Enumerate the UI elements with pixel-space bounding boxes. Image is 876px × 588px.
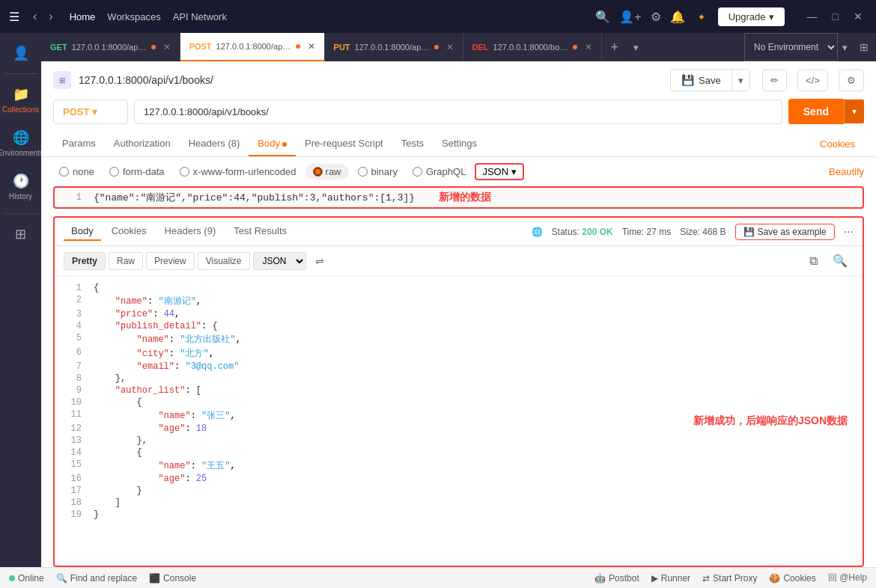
tab-close-del[interactable]: ✕ bbox=[585, 42, 592, 52]
environment-select[interactable]: No Environment bbox=[744, 33, 838, 61]
response-tab-cookies[interactable]: Cookies bbox=[104, 222, 154, 241]
response-tab-headers[interactable]: Headers (9) bbox=[157, 222, 224, 241]
format-pretty-button[interactable]: Pretty bbox=[64, 252, 106, 270]
runner-button[interactable]: ▶ Runner bbox=[651, 573, 690, 584]
format-raw-button[interactable]: Raw bbox=[109, 252, 143, 270]
workspaces-link[interactable]: Workspaces bbox=[107, 11, 160, 22]
option-none[interactable]: none bbox=[53, 163, 100, 180]
tab-del[interactable]: DEL 127.0.0.1:8000/books/7 ✕ bbox=[463, 33, 602, 61]
tab-settings[interactable]: Settings bbox=[433, 132, 486, 156]
collections-icon: 📁 bbox=[13, 86, 29, 102]
request-body-content: {"name":"南游记","price":44,"publish":3,"au… bbox=[94, 191, 415, 204]
resp-line-8: 8 }, bbox=[55, 373, 656, 385]
method-selector[interactable]: POST ▾ bbox=[53, 99, 128, 124]
send-button[interactable]: Send bbox=[788, 99, 844, 124]
api-network-link[interactable]: API Network bbox=[173, 11, 227, 22]
cookies-sb-button[interactable]: 🍪 Cookies bbox=[769, 573, 815, 584]
view-code-button[interactable]: </> bbox=[797, 70, 828, 91]
tab-tests[interactable]: Tests bbox=[392, 132, 433, 156]
format-preview-button[interactable]: Preview bbox=[146, 252, 195, 270]
tabs-more-button[interactable]: ▾ bbox=[627, 33, 645, 61]
titlebar-icons: 🔍 👤+ ⚙ 🔔 🔸 Upgrade ▾ bbox=[595, 7, 784, 26]
beautify-button[interactable]: Beautify bbox=[829, 166, 864, 177]
option-formdata[interactable]: form-data bbox=[103, 163, 171, 180]
grid-icon: ⊞ bbox=[15, 226, 26, 242]
back-button[interactable]: ‹ bbox=[28, 7, 41, 26]
save-icon: 💾 bbox=[681, 74, 694, 86]
response-tab-test-results[interactable]: Test Results bbox=[226, 222, 294, 241]
method-url-bar: POST ▾ Send ▾ bbox=[53, 99, 864, 124]
search-response-button[interactable]: 🔍 bbox=[827, 251, 854, 271]
response-format-select[interactable]: JSON bbox=[253, 252, 306, 270]
environment-selector[interactable]: No Environment ▾ bbox=[744, 33, 852, 61]
tab-method-del: DEL bbox=[472, 43, 489, 52]
tab-authorization[interactable]: Authorization bbox=[105, 132, 180, 156]
tab-close-post[interactable]: ✕ bbox=[308, 41, 315, 52]
tab-body[interactable]: Body bbox=[249, 132, 296, 156]
runner-icon: ▶ bbox=[651, 573, 658, 584]
sidebar-item-grid[interactable]: ⊞ bbox=[0, 220, 41, 248]
tab-prerequest[interactable]: Pre-request Script bbox=[296, 132, 392, 156]
resp-line-17: 17 } bbox=[55, 485, 656, 497]
copy-button[interactable]: ⧉ bbox=[803, 251, 824, 271]
content-area: GET 127.0.0.1:8000/api/v1/b ✕ POST 127.0… bbox=[41, 33, 876, 567]
close-button[interactable]: ✕ bbox=[849, 7, 867, 25]
online-status[interactable]: Online bbox=[9, 573, 44, 584]
minimize-button[interactable]: — bbox=[803, 7, 822, 25]
option-raw[interactable]: raw bbox=[305, 164, 349, 180]
send-dropdown-button[interactable]: ▾ bbox=[844, 99, 864, 123]
env-chevron[interactable]: ▾ bbox=[838, 42, 852, 53]
forward-button[interactable]: › bbox=[44, 7, 57, 26]
sidebar-item-profile[interactable]: 👤 bbox=[0, 39, 41, 67]
sidebar-item-history[interactable]: 🕐 History bbox=[0, 167, 41, 207]
tab-close-get[interactable]: ✕ bbox=[163, 42, 171, 52]
response-more-button[interactable]: ··· bbox=[844, 225, 854, 239]
tab-post[interactable]: POST 127.0.0.1:8000/api/v1/ ✕ bbox=[180, 33, 325, 61]
add-user-icon[interactable]: 👤+ bbox=[619, 10, 641, 24]
bell-icon[interactable]: 🔔 bbox=[670, 10, 685, 24]
resp-line-14: 14 { bbox=[55, 447, 656, 459]
tab-put[interactable]: PUT 127.0.0.1:8000/api/v1/b ✕ bbox=[325, 33, 463, 61]
home-link[interactable]: Home bbox=[70, 11, 96, 22]
add-tab-button[interactable]: + bbox=[602, 33, 628, 61]
avatar-icon[interactable]: 🔸 bbox=[694, 10, 709, 24]
response-tab-body[interactable]: Body bbox=[64, 222, 101, 241]
find-replace-button[interactable]: 🔍 Find and replace bbox=[56, 573, 137, 584]
cookies-sb-label: Cookies bbox=[783, 573, 815, 584]
search-icon[interactable]: 🔍 bbox=[595, 10, 610, 24]
menu-icon[interactable]: ☰ bbox=[9, 10, 19, 24]
cookies-sb-icon: 🍪 bbox=[769, 573, 780, 584]
request-annotation: 新增的数据 bbox=[439, 191, 491, 204]
request-body-editor[interactable]: 1 {"name":"南游记","price":44,"publish":3,"… bbox=[53, 186, 864, 209]
sidebar-item-collections[interactable]: 📁 Collections bbox=[0, 80, 41, 120]
save-main-button[interactable]: 💾 Save bbox=[671, 70, 731, 91]
upgrade-button[interactable]: Upgrade ▾ bbox=[718, 7, 785, 26]
save-dropdown-button[interactable]: ▾ bbox=[731, 70, 749, 91]
layout-button[interactable]: ⊞ bbox=[852, 33, 876, 61]
history-icon: 🕐 bbox=[13, 173, 29, 189]
url-input[interactable] bbox=[134, 99, 782, 124]
save-example-button[interactable]: 💾 Save as example bbox=[735, 224, 835, 240]
tab-close-put[interactable]: ✕ bbox=[446, 42, 454, 52]
tab-url-put: 127.0.0.1:8000/api/v1/b bbox=[355, 43, 430, 52]
tab-headers[interactable]: Headers (8) bbox=[180, 132, 249, 156]
console-button[interactable]: ⬛ Console bbox=[149, 573, 196, 584]
wrap-icon[interactable]: ⇌ bbox=[309, 252, 330, 270]
response-meta: 🌐 Status: 200 OK Time: 27 ms Size: 468 B… bbox=[532, 224, 854, 240]
maximize-button[interactable]: □ bbox=[828, 7, 843, 25]
tab-params[interactable]: Params bbox=[53, 132, 105, 156]
cookies-button[interactable]: Cookies bbox=[811, 132, 864, 156]
option-binary[interactable]: binary bbox=[352, 163, 404, 180]
start-proxy-button[interactable]: ⇄ Start Proxy bbox=[702, 573, 757, 584]
settings-button-2[interactable]: ⚙ bbox=[839, 70, 864, 91]
option-urlencoded[interactable]: x-www-form-urlencoded bbox=[174, 163, 302, 180]
postbot-button[interactable]: 🤖 Postbot bbox=[594, 573, 639, 584]
resp-line-16: 16 "age": 25 bbox=[55, 473, 656, 485]
edit-code-button[interactable]: ✏ bbox=[762, 70, 787, 91]
option-graphql[interactable]: GraphQL bbox=[407, 163, 472, 180]
tab-get[interactable]: GET 127.0.0.1:8000/api/v1/b ✕ bbox=[41, 33, 180, 61]
json-format-selector[interactable]: JSON ▾ bbox=[475, 163, 524, 180]
format-visualize-button[interactable]: Visualize bbox=[198, 252, 250, 270]
settings-icon[interactable]: ⚙ bbox=[651, 10, 661, 24]
sidebar-item-environments[interactable]: 🌐 Environments bbox=[0, 123, 41, 164]
